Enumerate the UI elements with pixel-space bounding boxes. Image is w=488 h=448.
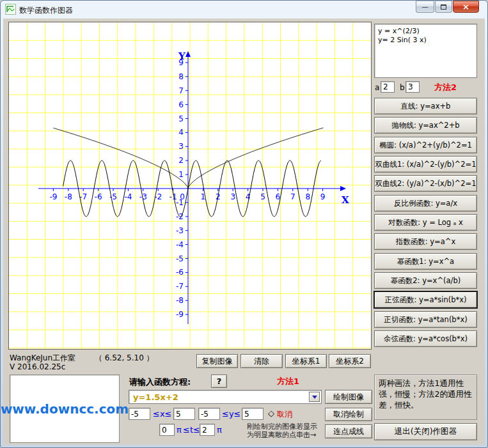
draw-button[interactable]: 绘制图像 [325, 390, 372, 404]
combo-dropdown-button[interactable] [309, 392, 320, 402]
svg-text:-6: -6 [95, 192, 102, 201]
watermark-box: www.downcc.com [10, 375, 120, 443]
function-graph: -9-8-7-6-5-4-3-2-10123456789987654321-1-… [9, 22, 371, 349]
function-button-line[interactable]: 直线: y=ax+b [374, 98, 477, 114]
x-min-input[interactable] [129, 408, 150, 420]
function-button-power1[interactable]: 幂函数1: y=x^a [374, 253, 477, 270]
svg-text:7: 7 [290, 192, 295, 201]
function-button-tangent[interactable]: 正切函数: y=a*tan(b*x) [374, 311, 477, 328]
copy-image-button[interactable]: 复制图像 [196, 354, 238, 368]
y-min-input[interactable] [198, 408, 220, 420]
app-window: 数学函数作图器 — × -9-8-7-6-5-4-3-2-10123456789… [0, 0, 488, 448]
svg-text:6: 6 [178, 100, 184, 109]
window-title: 数学函数作图器 [19, 5, 73, 16]
hint-text: 刚绘制完的图像若显示 为明显离散的点串击→ [247, 422, 317, 439]
coord-system2-button[interactable]: 坐标系2 [329, 354, 371, 368]
titlebar[interactable]: 数学函数作图器 — × [1, 1, 487, 19]
svg-text:-7: -7 [176, 282, 184, 291]
svg-text:1: 1 [178, 170, 184, 179]
method1-label: 方法1 [277, 376, 299, 387]
function-button-hyperbola1[interactable]: 双曲线1: (x/a)^2-(y/b)^2=1 [374, 156, 477, 173]
svg-text:2: 2 [178, 156, 184, 165]
app-icon [5, 4, 16, 15]
coords-readout: （ 6.52, 5.10 ） [95, 353, 154, 362]
x-range-label: ≤x≤ [153, 409, 171, 419]
help-button[interactable]: ? [211, 375, 227, 388]
function-button-exp[interactable]: 指数函数: y=a^x [374, 233, 477, 250]
t-min-input[interactable] [159, 424, 175, 436]
t-range-label: ≤t≤ [183, 425, 200, 435]
version-label: V 2016.02.25c [10, 362, 65, 371]
cancel-draw-button[interactable]: 取消绘制 [325, 408, 372, 421]
svg-text:8: 8 [305, 192, 310, 201]
method2-label: 方法2 [434, 82, 457, 93]
svg-text:-1: -1 [176, 198, 184, 207]
function-button-parabola[interactable]: 抛物线: y=ax^2+b [374, 117, 477, 134]
svg-text:-9: -9 [49, 192, 57, 201]
history-line: y = x^(2/3) [378, 27, 473, 36]
close-icon: × [462, 2, 469, 12]
chevron-down-icon [312, 396, 317, 399]
param-a-label: a [375, 83, 379, 92]
x-max-input[interactable] [173, 408, 195, 420]
svg-text:-8: -8 [65, 192, 72, 201]
svg-text:3: 3 [178, 142, 184, 151]
function-button-inverse[interactable]: 反比例函数: y=a/x [374, 195, 477, 212]
cancel-diamond-icon[interactable]: ◇ [268, 408, 274, 418]
maximize-icon [441, 4, 446, 10]
clear-button[interactable]: 清除 [240, 354, 283, 368]
function-button-power2[interactable]: 幂函数2: y=x^(a/b) [374, 272, 477, 289]
t-max-input[interactable] [200, 424, 215, 436]
hint-line: 为明显离散的点串击→ [247, 431, 317, 439]
function-button-cosine[interactable]: 余弦函数: y=a*cos(b*x) [374, 330, 477, 347]
equation-prompt: 请输入函数方程: [129, 376, 191, 388]
param-b-input[interactable] [405, 81, 420, 93]
svg-text:5: 5 [178, 114, 184, 123]
svg-text:-6: -6 [176, 268, 184, 277]
method-note-text: 两种画法，方法1通用性强，恒慢；方法2的通用性差，恒快。 [379, 378, 471, 410]
svg-text:-9: -9 [176, 310, 184, 319]
connect-dots-button[interactable]: 连点成线 [325, 424, 372, 438]
close-button[interactable]: × [453, 1, 479, 13]
function-button-hyperbola2[interactable]: 双曲线2: (y/a)^2-(x/b)^2=1 [374, 175, 477, 192]
minimize-button[interactable]: — [416, 1, 434, 13]
equation-value: y=1.5x+2 [133, 392, 178, 402]
studio-label: WangKeJun工作室 [10, 353, 75, 362]
window-controls: — × [416, 1, 479, 13]
coord-system1-button[interactable]: 坐标系1 [285, 354, 327, 368]
svg-text:5: 5 [260, 192, 265, 201]
client-area: -9-8-7-6-5-4-3-2-10123456789987654321-1-… [3, 19, 485, 445]
hint-line: 刚绘制完的图像若显示 [247, 422, 317, 431]
svg-text:6: 6 [276, 192, 281, 201]
svg-text:X: X [342, 194, 349, 206]
function-button-sine[interactable]: 正弦函数: y=a*sin(b*x) [374, 291, 477, 308]
function-button-log[interactable]: 对数函数: y = Log ₐ x [374, 214, 477, 231]
cancel-option-label[interactable]: 取消 [277, 409, 292, 420]
svg-text:-4: -4 [124, 192, 132, 201]
svg-text:Y: Y [178, 50, 185, 62]
equation-history-box[interactable]: y = x^(2/3) y= 2 Sin( 3 x) [374, 24, 477, 78]
function-button-ellipse[interactable]: 椭圆: (x/a)^2+(y/b)^2=1 [374, 137, 477, 153]
method-note-panel: 两种画法，方法1通用性强，恒慢；方法2的通用性差，恒快。 [374, 375, 477, 420]
svg-text:-8: -8 [176, 296, 184, 305]
svg-text:9: 9 [320, 192, 326, 201]
maximize-button[interactable] [435, 1, 452, 13]
equation-combobox[interactable]: y=1.5x+2 [129, 390, 322, 404]
exit-button[interactable]: 退出(关闭)作图器 [374, 423, 477, 440]
minimize-icon: — [422, 3, 429, 10]
svg-text:-4: -4 [176, 240, 184, 249]
svg-text:3: 3 [230, 192, 235, 201]
pi-left-label: π [177, 425, 182, 435]
watermark-text: www.downcc.com [1, 401, 129, 417]
svg-text:-5: -5 [176, 254, 184, 263]
graph-panel[interactable]: -9-8-7-6-5-4-3-2-10123456789987654321-1-… [8, 22, 372, 350]
svg-text:4: 4 [178, 128, 184, 137]
svg-text:8: 8 [178, 72, 184, 81]
param-a-input[interactable] [381, 81, 395, 93]
param-b-label: b [400, 83, 405, 92]
pi-right-label: π [217, 425, 222, 435]
svg-text:-3: -3 [176, 226, 184, 235]
history-line: y= 2 Sin( 3 x) [378, 36, 473, 45]
y-max-input[interactable] [242, 408, 264, 420]
y-range-label: ≤y≤ [222, 409, 240, 419]
